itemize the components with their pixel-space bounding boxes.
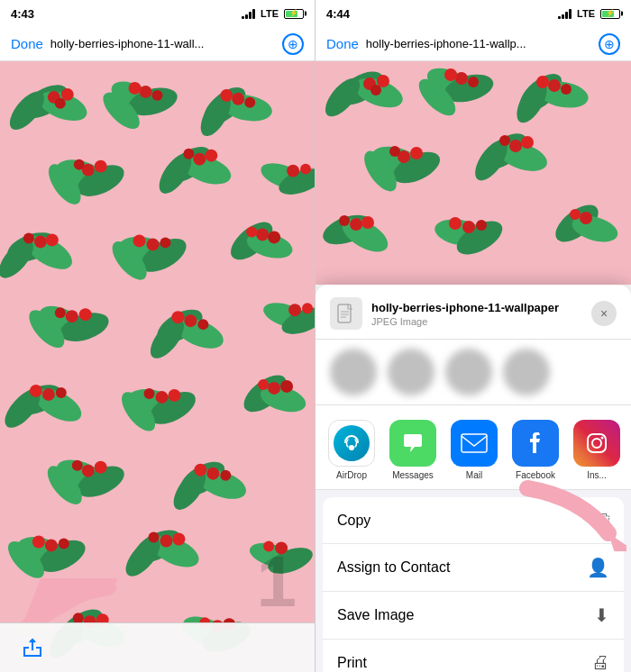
svg-point-101 [32,535,45,548]
svg-point-89 [95,461,107,474]
instagram-label: Ins... [587,470,607,480]
contact-avatar-2[interactable] [388,349,434,395]
svg-point-17 [220,89,233,102]
svg-point-16 [232,93,244,105]
svg-point-24 [74,159,85,170]
svg-point-67 [302,303,313,313]
svg-point-50 [246,226,257,237]
instagram-icon [573,420,620,467]
svg-point-33 [287,165,299,177]
svg-point-23 [95,160,107,173]
print-icon: 🖨 [591,652,609,672]
airdrop-icon [328,420,375,467]
share-button[interactable] [18,633,47,662]
share-close-button[interactable]: × [591,301,617,326]
svg-point-82 [268,382,280,395]
right-lte-label: LTE [577,8,595,19]
left-phone: 4:43 LTE ⚡ Done holly-berries-iphone-11-… [0,0,316,672]
instagram-app-wrap[interactable]: Ins... [570,420,624,480]
right-time: 4:44 [326,7,350,21]
svg-point-18 [244,97,255,108]
svg-point-78 [168,389,180,402]
airdrop-circle-icon [334,425,370,461]
action-list: Copy ⎘ Assign to Contact 👤 Save Image ⬇ … [323,497,624,672]
svg-point-38 [34,235,47,248]
right-compass-icon[interactable] [599,33,620,55]
svg-point-84 [280,380,293,393]
svg-point-88 [82,465,95,477]
facebook-app-wrap[interactable]: Facebook [508,420,562,480]
svg-point-57 [55,307,66,318]
svg-point-73 [56,387,67,398]
svg-point-28 [193,153,206,166]
svg-point-39 [46,233,59,246]
svg-point-44 [147,238,160,250]
copy-icon: ⎘ [599,510,609,531]
svg-point-66 [288,304,301,316]
share-icon [22,637,43,658]
svg-point-51 [268,231,280,243]
svg-point-108 [149,531,160,542]
svg-point-72 [30,385,42,397]
right-phone: 4:44 LTE ⚡ Done holly-berries-iphone-11-… [316,0,631,672]
svg-point-178 [601,437,604,440]
svg-rect-175 [462,434,487,452]
assign-contact-action[interactable]: Assign to Contact 👤 [323,544,624,592]
left-done-button[interactable]: Done [11,36,43,51]
svg-point-30 [183,149,194,159]
left-status-bar: 4:43 LTE ⚡ [0,0,315,27]
messages-app-wrap[interactable]: Messages [386,420,440,480]
mail-label: Mail [466,470,482,480]
save-image-icon: ⬇ [594,604,609,626]
contact-avatar-1[interactable] [330,349,377,395]
battery-icon: ⚡ [284,9,304,19]
print-label: Print [337,655,367,671]
svg-point-55 [66,310,78,322]
svg-point-12 [152,90,163,101]
copy-action[interactable]: Copy ⎘ [323,497,624,544]
svg-point-63 [197,319,208,330]
print-action[interactable]: Print 🖨 [323,640,624,672]
svg-point-45 [133,234,146,247]
contact-avatar-3[interactable] [445,349,492,395]
right-nav-title: holly-berries-iphone-11-wallp... [366,37,591,50]
svg-point-94 [206,468,219,480]
svg-point-6 [55,98,66,109]
svg-point-107 [172,532,185,545]
right-status-bar: 4:44 LTE ⚡ [316,0,631,27]
contact-avatar-4[interactable] [503,349,550,395]
lte-label: LTE [261,8,279,19]
save-image-action[interactable]: Save Image ⬇ [323,592,624,640]
svg-point-83 [258,379,269,390]
mail-icon [451,420,498,467]
left-nav-title: holly-berries-iphone-11-wall... [50,37,275,50]
svg-point-10 [140,86,152,98]
svg-point-77 [156,391,169,404]
right-nav-bar: Done holly-berries-iphone-11-wallp... [316,27,631,61]
airdrop-app-wrap[interactable]: AirDrop [325,420,379,480]
svg-point-34 [300,164,311,175]
left-compass-icon[interactable] [282,33,304,55]
assign-contact-label: Assign to Contact [337,559,450,576]
messages-icon [389,420,436,467]
left-status-icons: LTE ⚡ [242,8,304,19]
svg-point-177 [592,439,601,448]
assign-contact-icon: 👤 [587,557,609,578]
svg-point-112 [263,540,274,551]
share-sheet-header: holly-berries-iphone-11-wallpaper JPEG I… [316,285,631,340]
svg-point-56 [79,308,92,321]
svg-point-100 [45,539,58,551]
svg-point-71 [42,388,55,401]
facebook-label: Facebook [516,470,555,480]
right-status-icons: LTE ⚡ [558,8,620,19]
mail-app-wrap[interactable]: Mail [447,420,501,480]
messages-label: Messages [392,470,434,480]
right-signal-bars-icon [558,8,572,19]
left-bottom-toolbar [0,622,315,672]
file-icon [330,297,362,330]
left-nav-bar: Done holly-berries-iphone-11-wall... [0,27,315,61]
airdrop-label: AirDrop [336,470,367,480]
svg-point-29 [205,150,217,162]
signal-bars-icon [242,8,255,19]
right-done-button[interactable]: Done [326,36,359,51]
